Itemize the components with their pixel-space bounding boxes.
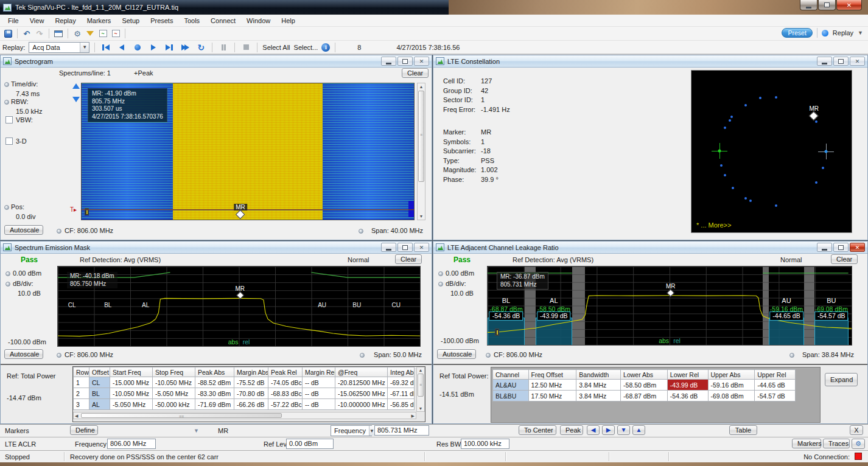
panel-close-button[interactable]: ✕	[850, 243, 865, 252]
span-knob-icon[interactable]	[360, 353, 365, 358]
expand-button[interactable]: Expand	[825, 373, 858, 386]
chevron-down-icon[interactable]: ▼	[369, 426, 374, 436]
table-button[interactable]: Table	[729, 425, 757, 435]
res-bw-input[interactable]: 100.000 kHz	[461, 439, 509, 449]
abs-toggle[interactable]: abs	[659, 337, 669, 344]
detection-mode[interactable]: +Peak	[134, 69, 153, 77]
pos-value[interactable]: 0.0 div	[16, 213, 35, 220]
save-icon[interactable]	[3, 29, 13, 38]
time-div-knob-icon[interactable]	[4, 82, 9, 87]
ref-level-knob-icon[interactable]	[5, 271, 10, 276]
cf-knob-icon[interactable]	[57, 353, 61, 358]
spectrogram-plot[interactable]: MR: -41.90 dBm 805.75 MHz 303.507 us 4/2…	[81, 83, 415, 220]
mode-label[interactable]: Normal	[780, 256, 802, 263]
sem-titlebar[interactable]: Spectrum Emission Mask ✕	[1, 242, 432, 254]
displays-icon[interactable]	[54, 29, 63, 38]
chevron-down-icon[interactable]: ▼	[80, 43, 89, 52]
autoscale-button[interactable]: Autoscale	[4, 225, 43, 235]
menu-item-replay[interactable]: Replay	[49, 16, 81, 26]
rbw-value[interactable]: 15.0 kHz	[16, 108, 42, 115]
clear-button[interactable]: Clear	[395, 254, 422, 264]
clear-button[interactable]: Clear	[402, 68, 429, 78]
panel-restore-button[interactable]	[397, 57, 413, 66]
rel-toggle[interactable]: rel	[673, 337, 681, 344]
menu-item-connect[interactable]: Connect	[205, 16, 241, 26]
mr-marker[interactable]: MR	[234, 204, 247, 218]
span-readout[interactable]: Span: 50.0 MHz	[374, 351, 422, 358]
info-icon[interactable]: i	[321, 43, 330, 52]
replay-play-button[interactable]	[147, 42, 159, 53]
replay-next-button[interactable]	[163, 42, 175, 53]
span-readout[interactable]: Span: 40.00 MHz	[371, 227, 423, 234]
table-row[interactable]: 3AL-5.050 MHz-50.000 kHz-71.69 dBm-66.26…	[74, 399, 415, 410]
panel-restore-button[interactable]	[397, 243, 413, 252]
pos-knob-icon[interactable]	[4, 205, 9, 210]
menu-item-presets[interactable]: Presets	[145, 16, 178, 26]
menu-item-setup[interactable]: Setup	[116, 16, 145, 26]
mr-marker[interactable]: MR	[666, 283, 676, 296]
mode-label[interactable]: Normal	[348, 256, 369, 263]
ref-level[interactable]: 0.00 dBm	[13, 270, 41, 277]
panel-close-button[interactable]: ✕	[414, 57, 429, 66]
peak-lower-button[interactable]: ▼	[617, 425, 630, 435]
replay-loop-button[interactable]: ↻	[195, 42, 207, 53]
select-button[interactable]: Select...	[294, 44, 318, 51]
menu-item-file[interactable]: File	[2, 16, 24, 26]
peak-right-button[interactable]: ▶	[602, 425, 615, 435]
frequency-input[interactable]: 806.00 MHz	[107, 439, 156, 449]
menu-item-tools[interactable]: Tools	[178, 16, 205, 26]
vbw-checkbox[interactable]	[5, 116, 13, 123]
markers-button[interactable]: Markers	[792, 439, 821, 448]
peak-button[interactable]: Peak	[560, 425, 583, 435]
db-div-knob-icon[interactable]	[5, 282, 10, 287]
cf-knob-icon[interactable]	[486, 353, 491, 358]
span-knob-icon[interactable]	[359, 229, 363, 234]
settings-gear-icon[interactable]: ⚙	[72, 29, 82, 38]
autoscale-button[interactable]: Autoscale	[437, 349, 476, 359]
cf-readout[interactable]: CF: 806.00 MHz	[494, 351, 542, 358]
scroll-down-arrow-icon[interactable]	[72, 97, 80, 102]
menu-item-help[interactable]: Help	[276, 16, 301, 26]
table-row[interactable]: 2BL-10.050 MHz-5.050 MHz-83.30 dBm-70.80…	[74, 388, 415, 399]
replay-pause-button[interactable]	[217, 42, 229, 53]
analysis-icon[interactable]: ~	[111, 29, 121, 38]
panel-minimize-button[interactable]	[381, 243, 396, 252]
db-div-value[interactable]: 10.0 dB	[18, 290, 41, 297]
scroll-up-arrow-icon[interactable]	[72, 83, 80, 89]
markers-close-button[interactable]: X	[850, 425, 863, 435]
mr-marker[interactable]: MR	[809, 105, 819, 119]
ref-level-knob-icon[interactable]	[438, 271, 443, 276]
table-row[interactable]: AL&AU12.50 MHz3.84 MHz-58.50 dBm-43.99 d…	[493, 380, 796, 391]
spectrogram-titlebar[interactable]: Spectrogram ✕	[1, 55, 432, 68]
menu-item-window[interactable]: Window	[241, 16, 276, 26]
trace-setup-icon[interactable]: ~	[98, 29, 108, 38]
replay-stop-button[interactable]	[240, 42, 252, 53]
mr-marker[interactable]: MR	[236, 285, 245, 298]
abs-toggle[interactable]: abs	[228, 338, 239, 346]
constellation-titlebar[interactable]: LTE Constellation ✕	[433, 55, 867, 68]
marker-frequency-input[interactable]: 805.731 MHz	[374, 425, 429, 436]
panel-minimize-button[interactable]	[817, 57, 832, 66]
panel-close-button[interactable]: ✕	[414, 243, 429, 252]
autoscale-button[interactable]: Autoscale	[4, 349, 43, 359]
table-row[interactable]: BL&BU17.50 MHz3.84 MHz-68.87 dBm-54.36 d…	[493, 391, 796, 402]
amplitude-icon[interactable]	[85, 29, 95, 38]
spectrums-per-line[interactable]: Spectrums/line: 1	[59, 69, 111, 77]
peak-higher-button[interactable]: ▲	[632, 425, 645, 435]
db-div-value[interactable]: 10.0 dB	[450, 290, 474, 297]
panel-minimize-button[interactable]	[817, 243, 832, 252]
replay-dropdown-icon[interactable]: ▼	[858, 30, 863, 36]
window-maximize-button[interactable]	[818, 0, 836, 10]
panel-minimize-button[interactable]	[381, 57, 396, 66]
traces-button[interactable]: Traces	[823, 439, 850, 448]
chevron-down-icon[interactable]: ▼	[194, 428, 199, 434]
rel-toggle[interactable]: rel	[243, 338, 250, 346]
settings-gear-button[interactable]: ⚙	[852, 439, 865, 449]
more-link[interactable]: * ... More>>	[696, 221, 731, 229]
cf-readout[interactable]: CF: 806.00 MHz	[65, 227, 113, 234]
to-center-button[interactable]: To Center	[519, 425, 556, 435]
cf-knob-icon[interactable]	[57, 229, 61, 234]
replay-source-combo[interactable]: Acq Data ▼	[29, 42, 89, 53]
constellation-plot[interactable]: MR * ... More>>	[691, 70, 852, 233]
table-row[interactable]: 1CL-15.000 MHz-10.050 MHz-88.52 dBm-75.5…	[74, 377, 415, 388]
